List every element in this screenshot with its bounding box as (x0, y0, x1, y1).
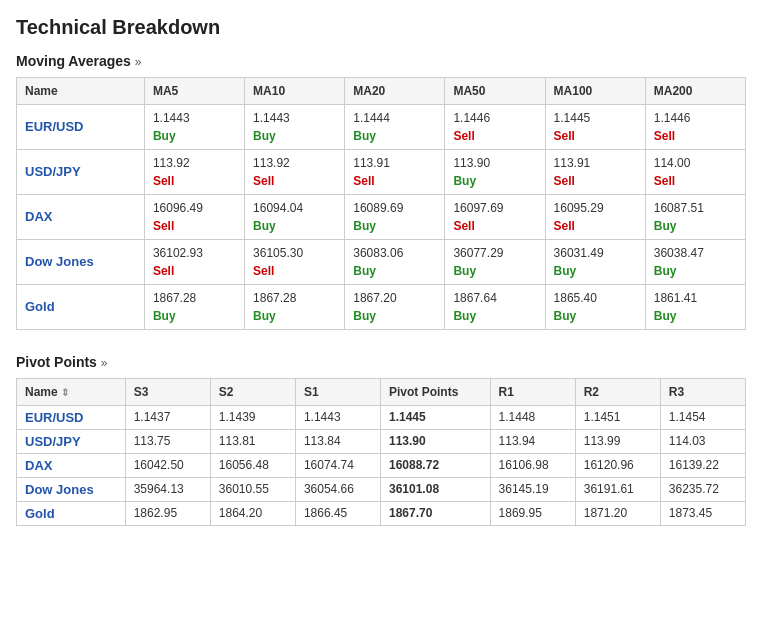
pp-col-r3: R3 (660, 378, 745, 405)
ma-cell-ma5: 113.92Sell (144, 149, 244, 194)
ma-value: 113.91 (353, 154, 436, 173)
ma-row: Gold1867.28Buy1867.28Buy1867.20Buy1867.6… (17, 284, 746, 329)
pp-cell-s2: 16056.48 (210, 453, 295, 477)
ma-signal: Sell (153, 263, 236, 280)
pp-cell-s1: 36054.66 (295, 477, 380, 501)
ma-cell-ma10: 1867.28Buy (245, 284, 345, 329)
pivot-points-section-title: Pivot Points » (16, 354, 746, 370)
ma-signal: Sell (353, 173, 436, 190)
ma-value: 1867.64 (453, 289, 536, 308)
ma-cell-ma20: 1.1444Buy (345, 105, 445, 150)
pp-row: DAX16042.5016056.4816074.7416088.7216106… (17, 453, 746, 477)
page-title: Technical Breakdown (16, 16, 746, 39)
ma-cell-ma100: 113.91Sell (545, 149, 645, 194)
ma-value: 36077.29 (453, 244, 536, 263)
ma-cell-ma50: 36077.29Buy (445, 239, 545, 284)
ma-signal: Buy (654, 308, 737, 325)
ma-cell-ma5: 36102.93Sell (144, 239, 244, 284)
pp-cell-s3: 1862.95 (125, 501, 210, 525)
ma-value: 16097.69 (453, 199, 536, 218)
pp-cell-pivot: 1.1445 (381, 405, 491, 429)
pp-row-name[interactable]: USD/JPY (17, 429, 126, 453)
pp-cell-pivot: 16088.72 (381, 453, 491, 477)
ma-value: 36031.49 (554, 244, 637, 263)
pp-cell-r3: 1873.45 (660, 501, 745, 525)
ma-value: 1861.41 (654, 289, 737, 308)
ma-signal: Sell (153, 173, 236, 190)
ma-signal: Buy (453, 173, 536, 190)
ma-row-name[interactable]: Gold (17, 284, 145, 329)
pp-cell-r1: 16106.98 (490, 453, 575, 477)
ma-row: DAX16096.49Sell16094.04Buy16089.69Buy160… (17, 194, 746, 239)
ma-cell-ma100: 36031.49Buy (545, 239, 645, 284)
moving-averages-header-row: Name MA5 MA10 MA20 MA50 MA100 MA200 (17, 78, 746, 105)
pp-cell-r2: 1.1451 (575, 405, 660, 429)
ma-value: 1865.40 (554, 289, 637, 308)
pp-cell-s2: 113.81 (210, 429, 295, 453)
ma-signal: Buy (353, 218, 436, 235)
pp-cell-s3: 1.1437 (125, 405, 210, 429)
ma-row-name[interactable]: USD/JPY (17, 149, 145, 194)
ma-signal: Buy (453, 263, 536, 280)
ma-cell-ma200: 114.00Sell (645, 149, 745, 194)
ma-col-ma10: MA10 (245, 78, 345, 105)
pp-cell-s3: 35964.13 (125, 477, 210, 501)
ma-signal: Sell (453, 128, 536, 145)
ma-value: 1.1446 (453, 109, 536, 128)
ma-value: 36083.06 (353, 244, 436, 263)
ma-cell-ma50: 1.1446Sell (445, 105, 545, 150)
ma-signal: Sell (253, 173, 336, 190)
ma-cell-ma5: 1867.28Buy (144, 284, 244, 329)
pp-cell-s2: 1.1439 (210, 405, 295, 429)
pp-row: USD/JPY113.75113.81113.84113.90113.94113… (17, 429, 746, 453)
ma-signal: Sell (654, 128, 737, 145)
ma-col-ma20: MA20 (345, 78, 445, 105)
pp-cell-r3: 36235.72 (660, 477, 745, 501)
pp-row-name[interactable]: Gold (17, 501, 126, 525)
pp-cell-s1: 1.1443 (295, 405, 380, 429)
ma-row: EUR/USD1.1443Buy1.1443Buy1.1444Buy1.1446… (17, 105, 746, 150)
pp-cell-r1: 1.1448 (490, 405, 575, 429)
pp-cell-s1: 1866.45 (295, 501, 380, 525)
pp-cell-s1: 16074.74 (295, 453, 380, 477)
ma-col-name: Name (17, 78, 145, 105)
ma-signal: Sell (554, 173, 637, 190)
ma-signal: Buy (353, 263, 436, 280)
pp-row-name[interactable]: DAX (17, 453, 126, 477)
ma-value: 1.1444 (353, 109, 436, 128)
ma-col-ma100: MA100 (545, 78, 645, 105)
ma-cell-ma20: 113.91Sell (345, 149, 445, 194)
ma-cell-ma20: 1867.20Buy (345, 284, 445, 329)
ma-value: 1.1446 (654, 109, 737, 128)
ma-col-ma5: MA5 (144, 78, 244, 105)
ma-row-name[interactable]: Dow Jones (17, 239, 145, 284)
pp-cell-pivot: 1867.70 (381, 501, 491, 525)
ma-row-name[interactable]: EUR/USD (17, 105, 145, 150)
ma-signal: Buy (353, 308, 436, 325)
ma-value: 1867.28 (153, 289, 236, 308)
ma-cell-ma50: 1867.64Buy (445, 284, 545, 329)
ma-signal: Buy (253, 128, 336, 145)
ma-cell-ma100: 16095.29Sell (545, 194, 645, 239)
ma-cell-ma10: 36105.30Sell (245, 239, 345, 284)
pp-row: Gold1862.951864.201866.451867.701869.951… (17, 501, 746, 525)
pp-cell-s2: 1864.20 (210, 501, 295, 525)
ma-signal: Sell (554, 128, 637, 145)
ma-row-name[interactable]: DAX (17, 194, 145, 239)
pp-row: Dow Jones35964.1336010.5536054.6636101.0… (17, 477, 746, 501)
ma-value: 16096.49 (153, 199, 236, 218)
ma-signal: Buy (654, 263, 737, 280)
ma-cell-ma50: 16097.69Sell (445, 194, 545, 239)
pp-col-s1: S1 (295, 378, 380, 405)
pp-row-name[interactable]: Dow Jones (17, 477, 126, 501)
ma-value: 1.1445 (554, 109, 637, 128)
ma-value: 1.1443 (153, 109, 236, 128)
ma-cell-ma20: 36083.06Buy (345, 239, 445, 284)
ma-signal: Buy (554, 308, 637, 325)
ma-signal: Sell (153, 218, 236, 235)
ma-cell-ma200: 1.1446Sell (645, 105, 745, 150)
pp-col-r1: R1 (490, 378, 575, 405)
pp-row-name[interactable]: EUR/USD (17, 405, 126, 429)
pp-cell-r1: 36145.19 (490, 477, 575, 501)
ma-signal: Buy (654, 218, 737, 235)
